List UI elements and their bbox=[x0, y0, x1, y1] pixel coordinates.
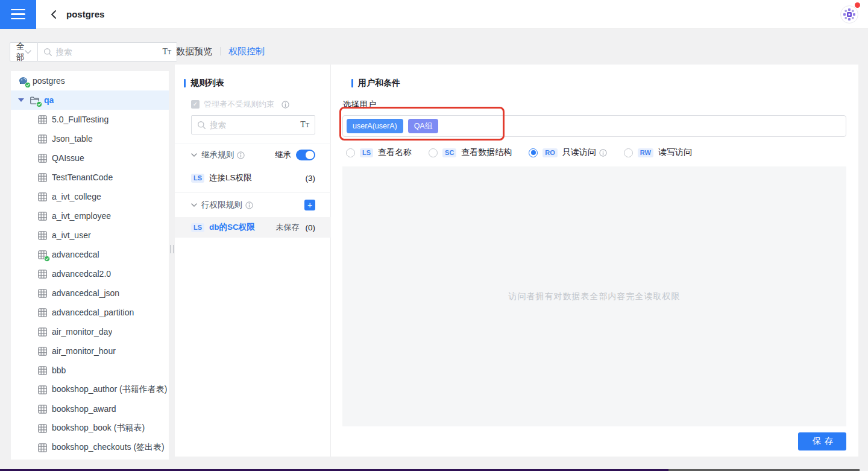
tree-item-label: QAIssue bbox=[52, 153, 84, 163]
rule-item-selected[interactable]: LS db的SC权限 未保存 (0) bbox=[175, 217, 331, 238]
rule-search[interactable]: TT bbox=[191, 115, 315, 134]
access-option[interactable]: RO 只读访问 bbox=[529, 147, 607, 158]
add-rule-button[interactable]: + bbox=[304, 200, 315, 210]
rules-panel: 规则列表 ✓ 管理者不受规则约束 TT 继承规则 继承 bbox=[175, 65, 331, 457]
identicon-icon bbox=[842, 7, 857, 22]
match-case-icon[interactable]: TT bbox=[300, 121, 309, 129]
hamburger-icon bbox=[11, 9, 25, 11]
rule-item-label: db的SC权限 bbox=[209, 222, 255, 233]
tree-item[interactable]: postgres bbox=[11, 71, 169, 90]
chevron-down-icon bbox=[25, 50, 31, 54]
inherit-toggle[interactable] bbox=[296, 150, 315, 160]
title-accent-bar bbox=[351, 79, 353, 87]
tree-item-label: 5.0_FullTesting bbox=[52, 115, 108, 124]
tree-item-label: advancedcal2.0 bbox=[52, 269, 111, 279]
rules-panel-title: 规则列表 bbox=[184, 78, 224, 89]
tab-permission-control[interactable]: 权限控制 bbox=[228, 46, 265, 57]
tree-item[interactable]: bookshop_book (书籍表) bbox=[11, 419, 169, 438]
rule-unsaved-status: 未保存 bbox=[276, 222, 300, 233]
tree-item[interactable]: bookshop_author (书籍作者表) bbox=[11, 380, 169, 399]
tab-divider bbox=[220, 47, 221, 55]
tree-item-label: bookshop_checkouts (签出表) bbox=[52, 442, 165, 453]
admin-exempt-label: 管理者不受规则约束 bbox=[204, 99, 274, 110]
user-select-input[interactable]: userA(userA)QA组 bbox=[342, 115, 846, 137]
radio-icon[interactable] bbox=[624, 148, 633, 157]
rule-item-inherit[interactable]: LS 连接LS权限 (3) bbox=[191, 172, 315, 184]
info-icon[interactable] bbox=[281, 101, 289, 109]
radio-icon[interactable] bbox=[429, 148, 438, 157]
rule-editor-panel: 用户和条件 选择用户 userA(userA)QA组 LS 查看名称 SC 查看… bbox=[342, 65, 846, 457]
tree-item[interactable]: TestTenantCode bbox=[11, 168, 169, 187]
panel-resize-handle[interactable] bbox=[170, 245, 174, 253]
sidebar-search-input[interactable] bbox=[56, 48, 163, 57]
access-option-label: 查看名称 bbox=[378, 147, 412, 158]
main-tabs: 数据预览 权限控制 bbox=[176, 45, 265, 58]
tree-item[interactable]: advancedcal_partition bbox=[11, 303, 169, 322]
tree-item-label: bbb bbox=[52, 365, 66, 375]
tree-item[interactable]: bookshop_award bbox=[11, 399, 169, 419]
table-icon bbox=[37, 211, 48, 221]
tree-item[interactable]: air_monitor_day bbox=[11, 322, 169, 341]
table-icon bbox=[37, 288, 48, 299]
table-icon bbox=[37, 443, 48, 453]
tree-item[interactable]: a_ivt_college bbox=[11, 187, 169, 206]
table-icon bbox=[37, 327, 48, 337]
tree-item-label: postgres bbox=[33, 76, 65, 86]
object-type-dropdown[interactable]: 全部 bbox=[10, 42, 38, 62]
synced-check-badge-icon bbox=[44, 256, 50, 262]
access-badge: RW bbox=[638, 148, 653, 157]
tree-item[interactable]: 5.0_FullTesting bbox=[11, 110, 169, 129]
user-tag[interactable]: userA(userA) bbox=[347, 119, 403, 133]
tree-item[interactable]: advancedcal2.0 bbox=[11, 264, 169, 283]
tree-item-label: bookshop_author (书籍作者表) bbox=[52, 384, 167, 395]
match-case-icon[interactable]: TT bbox=[163, 48, 172, 56]
access-option[interactable]: RW 读写访问 bbox=[624, 147, 692, 158]
expand-arrow-icon[interactable] bbox=[18, 98, 24, 102]
tree-item[interactable]: bookshop_checkouts (签出表) bbox=[11, 438, 169, 457]
tree-item[interactable]: advancedcal bbox=[11, 245, 169, 264]
tree-item-label: qa bbox=[44, 95, 54, 105]
user-tag[interactable]: QA组 bbox=[408, 119, 439, 133]
rule-count: (3) bbox=[306, 174, 316, 183]
divider bbox=[175, 144, 331, 144]
connection-title: postgres bbox=[66, 9, 104, 19]
tree-item[interactable]: QAIssue bbox=[11, 148, 169, 168]
table-icon bbox=[37, 365, 48, 376]
tab-data-preview[interactable]: 数据预览 bbox=[176, 46, 212, 57]
info-icon[interactable] bbox=[237, 151, 245, 159]
sidebar-search[interactable]: TT bbox=[38, 42, 178, 62]
tree-item-label: advancedcal_partition bbox=[52, 308, 134, 317]
radio-icon[interactable] bbox=[529, 148, 538, 157]
rule-type-badge: LS bbox=[191, 174, 204, 183]
back-button[interactable] bbox=[51, 10, 57, 19]
hamburger-menu-button[interactable] bbox=[0, 0, 36, 29]
access-level-options: LS 查看名称 SC 查看数据结构 RO 只读访问 RW 读写访问 bbox=[346, 147, 692, 158]
synced-check-badge-icon bbox=[25, 82, 31, 88]
tree-item[interactable]: a_ivt_employee bbox=[11, 206, 169, 226]
radio-icon[interactable] bbox=[346, 148, 355, 157]
access-option[interactable]: LS 查看名称 bbox=[346, 147, 412, 158]
chevron-left-icon bbox=[51, 10, 57, 19]
tree-item[interactable]: a_ivt_user bbox=[11, 226, 169, 245]
tree-item-label: advancedcal bbox=[52, 250, 99, 259]
access-option[interactable]: SC 查看数据结构 bbox=[429, 147, 512, 158]
access-hint-text: 访问者拥有对数据表全部内容完全读取权限 bbox=[509, 291, 681, 302]
tree-item-label: Json_table bbox=[52, 134, 93, 144]
tree-item[interactable]: qa bbox=[11, 90, 169, 110]
tree-item[interactable]: Json_table bbox=[11, 129, 169, 148]
rule-search-input[interactable] bbox=[210, 121, 300, 130]
user-avatar[interactable] bbox=[840, 5, 858, 24]
info-icon[interactable] bbox=[245, 201, 253, 209]
admin-exempt-checkbox[interactable]: ✓ bbox=[191, 100, 200, 109]
tree-item-label: a_ivt_employee bbox=[52, 211, 111, 221]
tree-item[interactable]: bbb bbox=[11, 361, 169, 380]
tree-item-label: air_monitor_hour bbox=[52, 346, 116, 356]
chevron-down-icon[interactable] bbox=[191, 203, 197, 207]
tree-item[interactable]: air_monitor_hour bbox=[11, 341, 169, 361]
info-icon[interactable] bbox=[599, 149, 607, 157]
chevron-down-icon[interactable] bbox=[191, 153, 197, 157]
tree-item[interactable]: advancedcal_json bbox=[11, 283, 169, 303]
search-icon bbox=[197, 121, 206, 130]
table-icon bbox=[37, 308, 48, 318]
save-button[interactable]: 保存 bbox=[798, 432, 846, 450]
